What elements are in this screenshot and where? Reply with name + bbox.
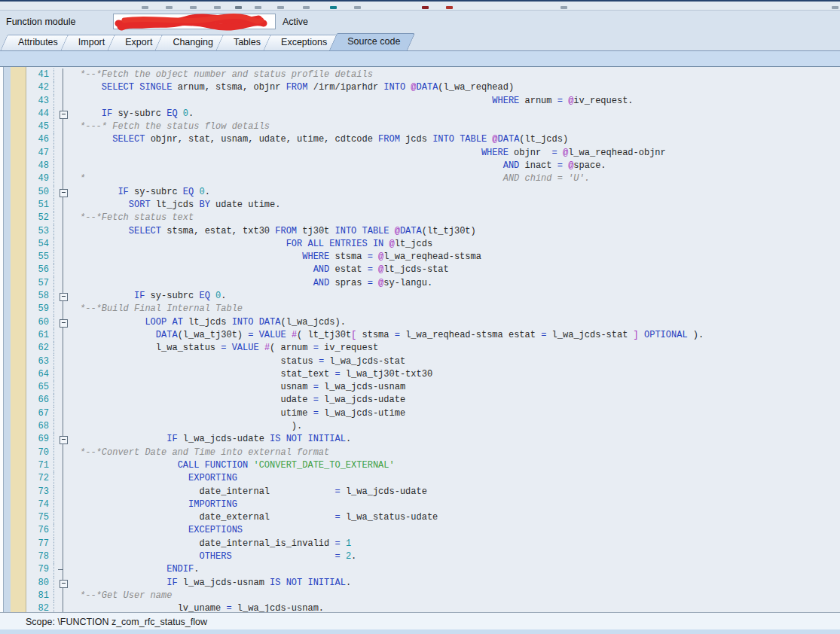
code-text: *--*Get User name	[74, 590, 172, 602]
line-number: 72	[26, 472, 54, 485]
fold-gutter	[54, 199, 74, 212]
fold-toggle-icon[interactable]	[60, 293, 68, 301]
line-number: 45	[26, 120, 54, 133]
code-text: status = l_wa_jcds-stat	[74, 355, 405, 368]
fold-toggle-icon[interactable]	[60, 319, 68, 328]
fold-gutter	[54, 160, 74, 172]
fold-toggle-icon[interactable]	[60, 111, 68, 119]
fold-toggle-icon[interactable]	[60, 580, 68, 588]
line-number: 74	[26, 498, 54, 511]
code-row: 70*--*Convert Date and Time into externa…	[26, 447, 840, 459]
code-row: 66 udate = l_wa_jcds-udate	[26, 394, 840, 407]
code-text: *--*Build Final Internal Table	[74, 303, 243, 315]
code-text: date_internal = l_wa_jcds-udate	[74, 486, 427, 498]
code-text: OTHERS = 2.	[74, 550, 356, 563]
fold-gutter	[54, 433, 74, 446]
line-number: 64	[26, 368, 54, 381]
fold-toggle-icon[interactable]	[60, 436, 68, 444]
code-text: IF sy-subrc EQ 0.	[74, 108, 194, 120]
code-text: ENDIF.	[74, 563, 199, 576]
fold-gutter	[54, 538, 74, 550]
function-module-label: Function module	[6, 17, 75, 27]
fold-gutter	[54, 290, 74, 303]
fold-toggle-icon[interactable]	[60, 189, 68, 197]
code-row: 43 WHERE arnum = @iv_request.	[26, 95, 840, 108]
code-text: AND estat = @lt_jcds-stat	[74, 264, 449, 276]
code-row: 55 WHERE stsma = @l_wa_reqhead-stsma	[26, 251, 840, 264]
fold-gutter	[54, 342, 74, 355]
code-text: utime = l_wa_jcds-utime	[74, 407, 405, 420]
tab-attributes[interactable]: Attributes	[4, 35, 69, 50]
code-text: SORT lt_jcds BY udate utime.	[74, 199, 280, 212]
code-row: 50 IF sy-subrc EQ 0.	[26, 186, 840, 199]
code-text: date_external = l_wa_status-udate	[74, 511, 438, 524]
fold-gutter	[54, 368, 74, 381]
tab-label: Import	[78, 35, 105, 50]
status-bar: Scope: \FUNCTION z_com_rfc_status_flow	[0, 612, 840, 634]
line-number: 43	[26, 95, 54, 108]
code-text: * AND chind = 'U'.	[74, 172, 590, 185]
tab-exceptions[interactable]: Exceptions	[267, 35, 338, 50]
fold-gutter	[54, 381, 74, 394]
fold-gutter	[54, 120, 74, 133]
fold-gutter	[54, 251, 74, 264]
clipped-icon	[235, 6, 242, 9]
code-lines: 41*--*Fetch the object number and status…	[26, 69, 840, 612]
code-row: 61 DATA(l_wa_tj30t) = VALUE #( lt_tj30t[…	[26, 329, 840, 342]
code-row: 58 IF sy-subrc EQ 0.	[26, 290, 840, 303]
line-number: 67	[26, 407, 54, 420]
code-text: EXCEPTIONS	[74, 524, 243, 537]
fold-gutter	[54, 459, 74, 472]
source-code-editor[interactable]: 41*--*Fetch the object number and status…	[0, 66, 840, 612]
code-row: 79 ENDIF.	[26, 563, 840, 576]
code-row: 62 l_wa_status = VALUE #( arnum = iv_req…	[26, 342, 840, 355]
code-row: 52*--*Fetch status text	[26, 212, 840, 224]
code-row: 74 IMPORTING	[26, 498, 840, 511]
fold-gutter	[54, 447, 74, 459]
line-number: 75	[26, 511, 54, 524]
tab-label: Changing	[173, 35, 213, 50]
code-row: 78 OTHERS = 2.	[26, 550, 840, 563]
code-text: AND inact = @space.	[74, 160, 606, 172]
tab-source-code[interactable]: Source code	[333, 33, 411, 50]
fold-gutter	[54, 133, 74, 146]
fold-gutter	[54, 394, 74, 407]
code-row: 44 IF sy-subrc EQ 0.	[26, 108, 840, 120]
line-number: 49	[26, 172, 54, 185]
line-number: 48	[26, 160, 54, 172]
code-row: 51 SORT lt_jcds BY udate utime.	[26, 199, 840, 212]
line-number: 68	[26, 420, 54, 433]
fold-gutter	[54, 472, 74, 485]
clipped-icon	[142, 6, 148, 9]
tab-panel-band	[0, 50, 840, 67]
tab-label: Export	[125, 35, 152, 50]
tab-label: Source code	[347, 33, 400, 50]
breakpoint-margin[interactable]	[11, 67, 26, 612]
code-text: FOR ALL ENTRIES IN @lt_jcds	[74, 238, 432, 251]
line-number: 55	[26, 251, 54, 264]
tab-changing[interactable]: Changing	[158, 35, 225, 50]
code-row: 59*--*Build Final Internal Table	[26, 303, 840, 315]
fold-gutter	[54, 407, 74, 420]
fold-gutter	[54, 95, 74, 108]
clipped-icon	[214, 6, 221, 9]
line-number: 69	[26, 433, 54, 446]
fold-gutter	[54, 602, 74, 612]
code-text: SELECT SINGLE arnum, stsma, objnr FROM /…	[74, 81, 514, 94]
line-number: 58	[26, 290, 54, 303]
code-text: *--*Fetch status text	[74, 212, 194, 224]
status-bar-bottom-strip	[0, 629, 840, 634]
function-module-input[interactable]	[113, 14, 276, 29]
code-row: 82 lv_uname = l_wa_jcds-usnam.	[26, 602, 840, 612]
code-row: 77 date_internal_is_invalid = 1	[26, 538, 840, 550]
code-row: 75 date_external = l_wa_status-udate	[26, 511, 840, 524]
line-number: 61	[26, 329, 54, 342]
code-row: 48 AND inact = @space.	[26, 160, 840, 172]
clipped-icon	[255, 6, 261, 9]
code-text: date_internal_is_invalid = 1	[74, 538, 351, 550]
code-text: lv_uname = l_wa_jcds-usnam.	[74, 602, 324, 612]
code-row: 67 utime = l_wa_jcds-utime	[26, 407, 840, 420]
fold-gutter	[54, 420, 74, 433]
line-number: 47	[26, 147, 54, 160]
line-number: 62	[26, 342, 54, 355]
